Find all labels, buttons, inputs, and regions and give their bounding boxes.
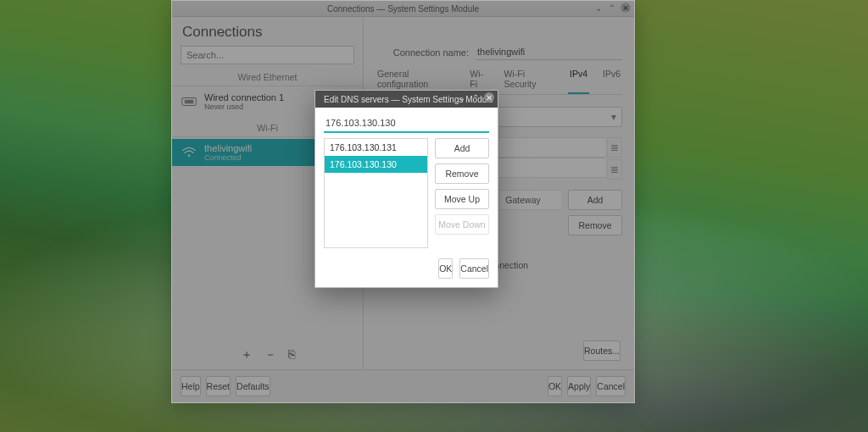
chevron-up-icon[interactable]: ⌃ (470, 92, 481, 102)
desktop-wallpaper: Connections — System Settings Module ⌄ ⌃… (0, 0, 868, 432)
dns-moveup-button[interactable]: Move Up (435, 189, 489, 209)
list-item[interactable]: 176.103.130.131 (325, 139, 427, 156)
list-item[interactable]: 176.103.130.130 (325, 156, 427, 173)
dialog-ok-button[interactable]: OK (438, 258, 453, 279)
dns-remove-button[interactable]: Remove (435, 163, 489, 184)
dns-input[interactable] (324, 114, 489, 133)
dns-add-button[interactable]: Add (435, 138, 489, 158)
dialog-titlebar[interactable]: Edit DNS servers — System Settings Modul… (315, 91, 498, 108)
dialog-cancel-button[interactable]: Cancel (459, 258, 489, 279)
chevron-down-icon[interactable]: ⌄ (457, 92, 467, 102)
dns-edit-dialog: Edit DNS servers — System Settings Modul… (314, 90, 498, 288)
close-icon[interactable]: ✕ (484, 92, 494, 102)
dns-list[interactable]: 176.103.130.131 176.103.130.130 (324, 138, 428, 248)
dns-movedown-button[interactable]: Move Down (435, 214, 489, 235)
